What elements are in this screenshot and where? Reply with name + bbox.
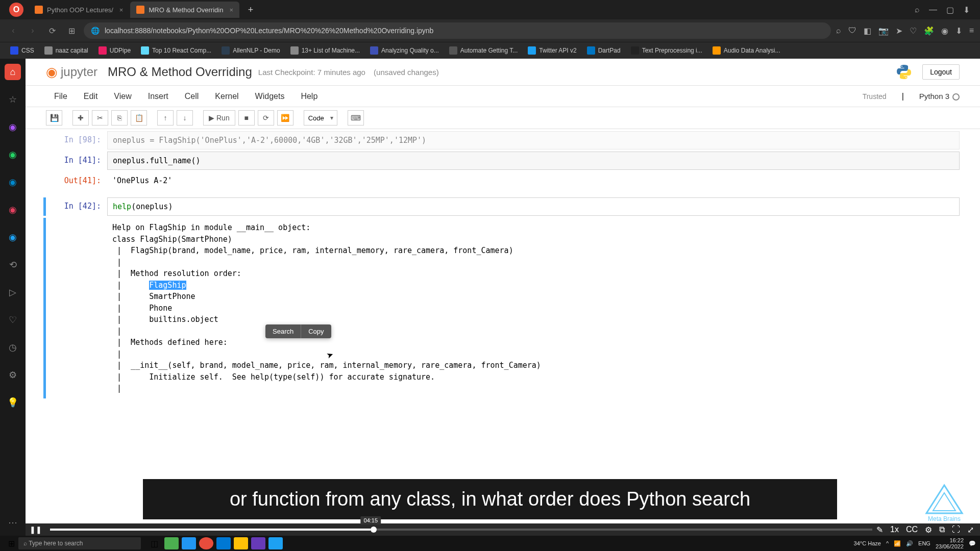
heart-icon[interactable]: ♡: [5, 312, 21, 328]
heart-icon[interactable]: ♡: [910, 26, 917, 36]
menu-file[interactable]: File: [46, 88, 76, 105]
bookmark-allennlp[interactable]: AllenNLP - Demo: [217, 44, 284, 57]
new-tab-button[interactable]: +: [244, 5, 257, 15]
menu-insert[interactable]: Insert: [140, 88, 177, 105]
tray-icon[interactable]: ^: [886, 540, 889, 546]
search-option[interactable]: Search: [265, 324, 301, 338]
menu-help[interactable]: Help: [292, 88, 326, 105]
gear-icon[interactable]: ⚙: [925, 525, 932, 535]
move-up-button[interactable]: ↑: [157, 110, 174, 126]
minimize-icon[interactable]: —: [929, 5, 937, 15]
bulb-icon[interactable]: 💡: [5, 394, 21, 411]
search-icon[interactable]: ⌕: [915, 5, 920, 15]
pause-button[interactable]: ❚❚: [26, 523, 46, 536]
bookmark-naaz[interactable]: naaz capital: [40, 44, 92, 57]
app-icon[interactable]: [199, 537, 213, 549]
menu-widgets[interactable]: Widgets: [247, 88, 293, 105]
whatsapp-icon[interactable]: ◉: [5, 146, 21, 163]
1x-icon[interactable]: 1x: [890, 525, 899, 535]
logout-button[interactable]: Logout: [922, 64, 960, 80]
more-icon[interactable]: ⋯: [5, 514, 21, 531]
telegram-icon[interactable]: ◉: [5, 174, 21, 190]
notebook-title[interactable]: MRO & Method Overriding: [108, 65, 252, 79]
bookmark-ml-list[interactable]: 13+ List of Machine...: [286, 44, 364, 57]
shield-icon[interactable]: 🛡: [848, 26, 856, 36]
volume-icon[interactable]: 🔊: [906, 540, 913, 547]
search-icon[interactable]: ⌕: [836, 26, 841, 36]
bookmark-automate[interactable]: Automate Getting T...: [445, 44, 522, 57]
close-icon[interactable]: ×: [229, 6, 233, 14]
star-icon[interactable]: ☆: [5, 91, 21, 108]
tab-python-oop[interactable]: Python OOP Lectures/ ×: [29, 2, 129, 18]
copy-button[interactable]: ⎘: [111, 110, 128, 126]
paste-button[interactable]: 📋: [131, 110, 147, 126]
mark-icon[interactable]: ✎: [876, 525, 883, 535]
close-icon[interactable]: ×: [119, 6, 124, 14]
reload-button[interactable]: ⟳: [45, 23, 59, 38]
code-cell-selected[interactable]: In [42]: help(oneplus): [43, 197, 960, 216]
app-icon[interactable]: [216, 537, 231, 549]
kernel-name[interactable]: Python 3: [919, 92, 960, 101]
bookmark-react[interactable]: Top 10 React Comp...: [137, 44, 215, 57]
code-cell[interactable]: In [98]: oneplus = FlagShip('OnePlus','A…: [46, 131, 960, 149]
stop-button[interactable]: ■: [238, 110, 255, 126]
forward-button[interactable]: ›: [26, 23, 40, 38]
twitter-icon[interactable]: ◉: [5, 229, 21, 245]
bookmark-dartpad[interactable]: DartPad: [583, 44, 625, 57]
jupyter-logo[interactable]: ◉ jupyter: [46, 64, 97, 80]
menu-icon[interactable]: ≡: [969, 26, 974, 36]
add-cell-button[interactable]: ✚: [72, 110, 89, 126]
bookmark-twitter[interactable]: Twitter API v2: [524, 44, 580, 57]
cut-button[interactable]: ✂: [92, 110, 108, 126]
copy-option[interactable]: Copy: [301, 324, 331, 338]
app-icon[interactable]: [268, 537, 283, 549]
bookmark-text-prep[interactable]: Text Preprocessing i...: [627, 44, 706, 57]
wifi-icon[interactable]: 📶: [894, 540, 901, 547]
taskbar-clock[interactable]: 16:22 23/06/2022: [936, 537, 964, 549]
cell-code[interactable]: oneplus.full_name(): [107, 152, 960, 170]
home-icon[interactable]: ⌂: [5, 64, 21, 80]
menu-view[interactable]: View: [106, 88, 139, 105]
pip-icon[interactable]: ⧉: [939, 525, 945, 535]
restart-button[interactable]: ⟳: [258, 110, 274, 126]
gear-icon[interactable]: ⚙: [5, 367, 21, 383]
tab-mro[interactable]: MRO & Method Overridin ×: [130, 2, 239, 18]
cube-icon[interactable]: ◧: [864, 26, 871, 36]
notification-icon[interactable]: 💬: [969, 540, 976, 547]
app-icon[interactable]: [234, 537, 248, 549]
bookmark-udpipe[interactable]: UDPipe: [94, 44, 135, 57]
menu-kernel[interactable]: Kernel: [207, 88, 247, 105]
taskbar-search[interactable]: ⌕ Type here to search: [18, 537, 141, 549]
camera-icon[interactable]: 📷: [878, 26, 889, 36]
play-icon[interactable]: ▷: [5, 284, 21, 300]
bookmark-audio[interactable]: Audio Data Analysi...: [708, 44, 785, 57]
expand-icon[interactable]: ⛶: [952, 525, 960, 535]
notebook-body[interactable]: In [98]: oneplus = FlagShip('OnePlus','A…: [26, 129, 980, 524]
run-button[interactable]: ▶ Run: [203, 110, 235, 126]
move-down-button[interactable]: ↓: [177, 110, 193, 126]
messenger-icon[interactable]: ◉: [5, 119, 21, 135]
code-cell[interactable]: In [41]: oneplus.full_name(): [46, 152, 960, 170]
url-field[interactable]: 🌐 localhost:8888/notebooks/Python%20OOP%…: [84, 22, 831, 39]
history-icon[interactable]: ⟲: [5, 257, 21, 273]
command-palette-button[interactable]: ⌨: [348, 110, 364, 126]
cc-icon[interactable]: CC: [906, 525, 918, 535]
app-icon[interactable]: [182, 537, 196, 549]
instagram-icon[interactable]: ◉: [5, 202, 21, 218]
grid-icon[interactable]: ⊞: [64, 23, 79, 38]
task-view-icon[interactable]: ◫: [147, 537, 161, 549]
clock-icon[interactable]: ◷: [5, 339, 21, 356]
maximize-icon[interactable]: ▢: [946, 5, 954, 15]
celltype-select[interactable]: Code: [304, 110, 337, 126]
send-icon[interactable]: ➤: [896, 26, 902, 36]
cell-code[interactable]: help(oneplus): [107, 197, 960, 216]
menu-edit[interactable]: Edit: [76, 88, 106, 105]
weather-widget[interactable]: 34°C Haze: [854, 540, 881, 546]
menu-cell[interactable]: Cell: [177, 88, 207, 105]
bookmark-quality[interactable]: Analyzing Quality o...: [366, 44, 443, 57]
download-icon[interactable]: ⬇: [963, 5, 970, 15]
language-icon[interactable]: ENG: [918, 540, 930, 546]
bookmark-css[interactable]: CSS: [6, 44, 38, 57]
fullscreen-icon[interactable]: ⤢: [967, 525, 974, 535]
cell-code[interactable]: oneplus = FlagShip('OnePlus','A-2',60000…: [107, 131, 960, 149]
